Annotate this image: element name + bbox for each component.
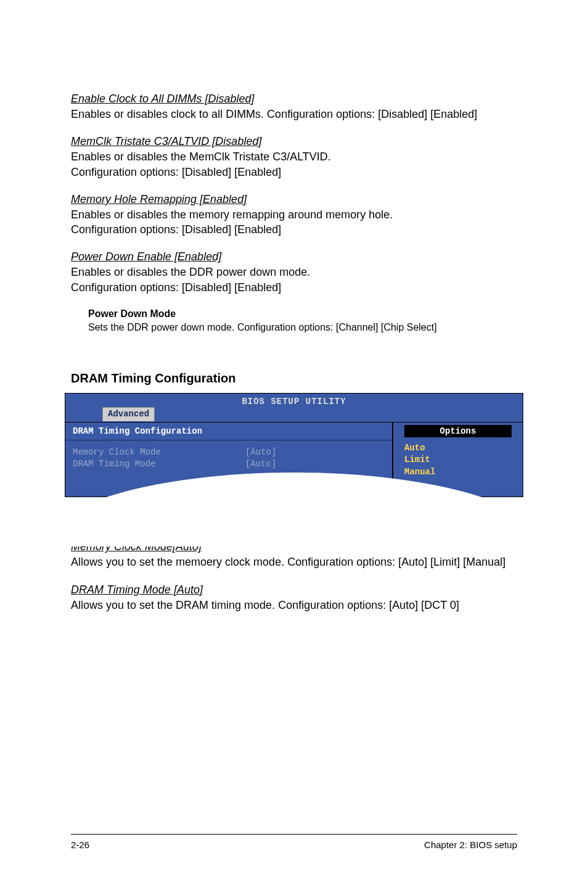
bios-side-header: Options xyxy=(404,425,512,437)
text-memhole: Enables or disables the memory remapping… xyxy=(71,207,517,237)
text-dram-timing-mode: Allows you to set the DRAM timing mode. … xyxy=(71,598,517,613)
subtext-powerdown-mode: Sets the DDR power down mode. Configurat… xyxy=(88,321,517,334)
bios-value-memory-clock: [Auto] xyxy=(245,447,276,459)
bios-option-manual: Manual xyxy=(404,466,512,479)
bios-title: BIOS SETUP UTILITY xyxy=(242,397,346,406)
bios-tab-advanced: Advanced xyxy=(102,407,155,421)
dram-config-heading: DRAM Timing Configuration xyxy=(71,371,517,386)
text-memory-clock-mode: Allows you to set the memoery clock mode… xyxy=(71,555,517,569)
section-memhole: Memory Hole Remapping [Enabled] Enables … xyxy=(71,193,517,237)
bios-main-header: DRAM Timing Configuration xyxy=(65,423,392,440)
section-dram-timing-mode: DRAM Timing Mode [Auto] Allows you to se… xyxy=(71,584,517,613)
heading-enable-clock: Enable Clock to All DIMMs [Disabled] xyxy=(71,93,517,105)
bios-option-limit: Limit xyxy=(404,454,512,466)
bios-row-dram-timing: DRAM Timing Mode [Auto] xyxy=(73,458,385,471)
heading-memhole: Memory Hole Remapping [Enabled] xyxy=(71,193,517,206)
bios-row-memory-clock: Memory Clock Mode [Auto] xyxy=(73,447,385,459)
section-memclk: MemClk Tristate C3/ALTVID [Disabled] Ena… xyxy=(71,135,517,179)
bios-screenshot: BIOS SETUP UTILITY Advanced DRAM Timing … xyxy=(65,393,523,498)
bios-value-dram-timing: [Auto] xyxy=(245,458,276,471)
bios-option-auto: Auto xyxy=(404,442,512,455)
bios-label-memory-clock: Memory Clock Mode xyxy=(73,447,245,459)
subsection-powerdown-mode: Power Down Mode Sets the DDR power down … xyxy=(88,308,517,334)
heading-dram-timing-mode: DRAM Timing Mode [Auto] xyxy=(71,584,517,596)
page-footer: 2-26 Chapter 2: BIOS setup xyxy=(71,834,517,850)
bios-title-row: BIOS SETUP UTILITY xyxy=(65,394,523,407)
section-powerdown: Power Down Enable [Enabled] Enables or d… xyxy=(71,250,517,295)
footer-page-number: 2-26 xyxy=(71,840,89,850)
text-memclk: Enables or disables the MemClk Tristate … xyxy=(71,149,517,179)
heading-powerdown: Power Down Enable [Enabled] xyxy=(71,250,517,263)
heading-memclk: MemClk Tristate C3/ALTVID [Disabled] xyxy=(71,135,517,148)
bios-tabs-row: Advanced xyxy=(65,407,523,422)
text-powerdown: Enables or disables the DDR power down m… xyxy=(71,265,517,295)
footer-chapter: Chapter 2: BIOS setup xyxy=(424,840,517,850)
subheading-powerdown-mode: Power Down Mode xyxy=(88,308,517,320)
text-enable-clock: Enables or disables clock to all DIMMs. … xyxy=(71,107,517,122)
section-enable-clock: Enable Clock to All DIMMs [Disabled] Ena… xyxy=(71,93,517,122)
bios-label-dram-timing: DRAM Timing Mode xyxy=(73,458,245,471)
